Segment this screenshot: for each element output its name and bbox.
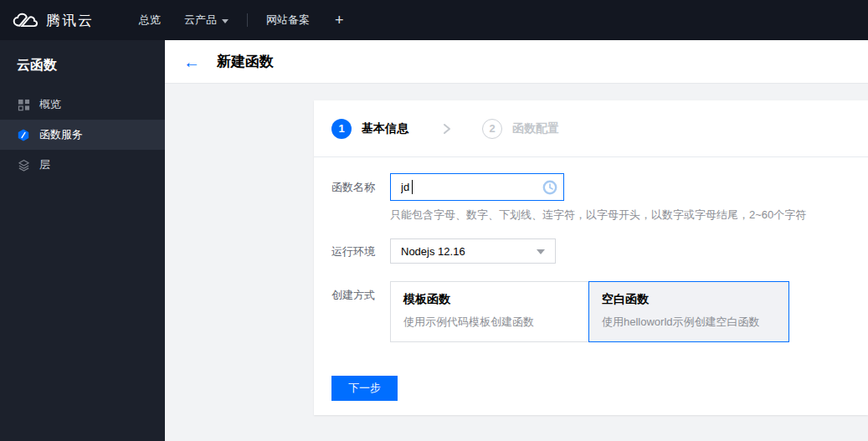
chevron-right-icon (442, 123, 452, 135)
topnav-icp[interactable]: 网站备案 (254, 0, 321, 40)
method-cards: 模板函数 使用示例代码模板创建函数 空白函数 使用helloworld示例创建空… (390, 281, 789, 342)
select-caret-icon (537, 249, 545, 254)
back-arrow-icon[interactable]: ← (183, 54, 205, 70)
topnav-icp-label: 网站备案 (266, 13, 310, 28)
step-function-config: 2 函数配置 (482, 119, 559, 139)
content: 1 基本信息 2 函数配置 (165, 84, 868, 441)
method-card-blank[interactable]: 空白函数 使用helloworld示例创建空白函数 (588, 281, 789, 342)
page-header: ← 新建函数 (165, 40, 868, 84)
page-title: 新建函数 (217, 52, 274, 71)
scf-hexagon-icon (17, 128, 30, 141)
add-tab-button[interactable]: + (321, 0, 357, 40)
text-cursor (412, 180, 413, 194)
main: ← 新建函数 1 基本信息 2 (165, 40, 868, 441)
method-desc: 使用示例代码模板创建函数 (403, 315, 576, 330)
step-number-badge: 2 (482, 119, 502, 139)
sidebar-item-functions[interactable]: 函数服务 (0, 120, 165, 150)
function-name-label: 函数名称 (331, 173, 390, 201)
sidebar-item-label: 概览 (39, 97, 61, 112)
creation-method-row: 创建方式 模板函数 使用示例代码模板创建函数 空白函数 使用helloworld… (331, 281, 868, 342)
topbar: 腾讯云 总览 云产品 网站备案 + (0, 0, 868, 40)
brand-name: 腾讯云 (46, 11, 94, 30)
sidebar: 云函数 概览 函数服务 (0, 40, 165, 441)
topnav-products-label: 云产品 (184, 13, 217, 28)
chevron-down-icon (222, 19, 229, 23)
sidebar-title: 云函数 (0, 40, 165, 90)
method-desc: 使用helloworld示例创建空白函数 (602, 315, 776, 330)
topnav-overview[interactable]: 总览 (127, 0, 172, 40)
topnav: 总览 云产品 网站备案 + (127, 0, 357, 40)
step-label: 基本信息 (362, 121, 408, 136)
runtime-row: 运行环境 Nodejs 12.16 (331, 238, 868, 264)
sidebar-item-label: 函数服务 (39, 127, 83, 142)
method-title: 模板函数 (403, 292, 576, 307)
next-step-button[interactable]: 下一步 (331, 376, 398, 401)
creation-method-label: 创建方式 (331, 281, 390, 342)
create-function-card: 1 基本信息 2 函数配置 (314, 100, 868, 415)
tencent-cloud-logo-icon (12, 11, 39, 29)
step-label: 函数配置 (512, 121, 559, 136)
runtime-selected-value: Nodejs 12.16 (401, 245, 465, 258)
step-number-badge: 1 (331, 119, 352, 139)
create-function-form: 函数名称 只能包含字母、数字、下划线、连字符，以字母开头，以数字或字母结尾，2~… (331, 157, 868, 401)
function-name-hint: 只能包含字母、数字、下划线、连字符，以字母开头，以数字或字母结尾，2~60个字符 (390, 208, 868, 223)
sidebar-item-label: 层 (39, 157, 50, 172)
brand[interactable]: 腾讯云 (12, 11, 94, 30)
function-name-input-wrap (390, 173, 564, 201)
method-card-template[interactable]: 模板函数 使用示例代码模板创建函数 (390, 281, 589, 342)
runtime-label: 运行环境 (331, 238, 390, 264)
sidebar-item-overview[interactable]: 概览 (0, 90, 165, 120)
topnav-products[interactable]: 云产品 (172, 0, 240, 40)
grid-icon (17, 98, 30, 111)
topnav-overview-label: 总览 (139, 13, 161, 28)
runtime-select[interactable]: Nodejs 12.16 (390, 238, 556, 264)
step-basic-info: 1 基本信息 (331, 119, 408, 139)
sidebar-item-layers[interactable]: 层 (0, 150, 165, 180)
function-name-row: 函数名称 (331, 173, 868, 201)
function-name-input[interactable] (390, 173, 564, 201)
method-title: 空白函数 (602, 292, 776, 307)
step-indicator: 1 基本信息 2 函数配置 (331, 100, 868, 156)
topnav-divider (247, 13, 248, 27)
pending-clock-icon (542, 180, 557, 195)
layers-icon (17, 158, 30, 172)
